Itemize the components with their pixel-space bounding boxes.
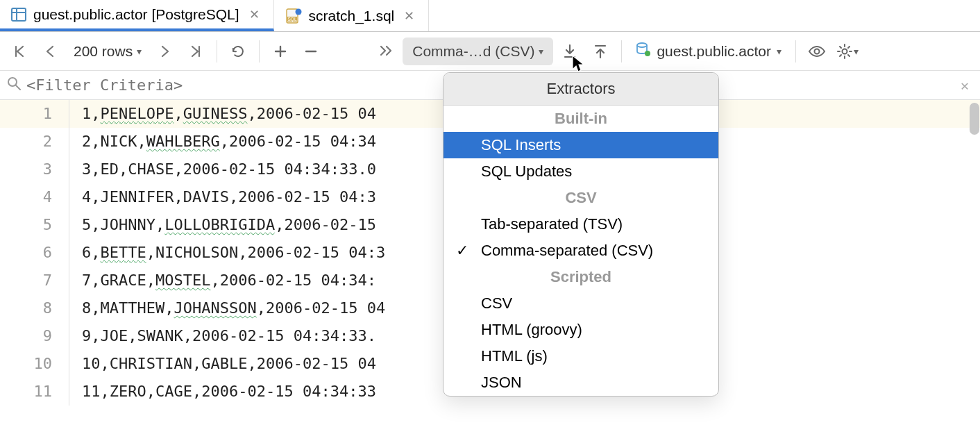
row-gutter: 2 [0, 128, 69, 156]
row-text: 4,JENNIFER,DAVIS,2006-02-15 04:3 [69, 183, 376, 211]
row-gutter: 10 [0, 350, 69, 378]
rows-label: 200 rows [74, 43, 133, 60]
row-text: 8,MATTHEW,JOHANSSON,2006-02-15 04 [69, 294, 385, 322]
chevron-down-icon: ▾ [854, 46, 859, 57]
extractor-item[interactable]: SQL Updates [443, 158, 718, 185]
settings-button[interactable]: ▾ [834, 38, 861, 65]
row-gutter: 4 [0, 183, 69, 211]
extractor-item[interactable]: JSON [443, 369, 718, 396]
row-gutter: 6 [0, 239, 69, 267]
chevron-down-icon: ▾ [777, 46, 782, 57]
extractor-item[interactable]: HTML (js) [443, 343, 718, 369]
extractor-item[interactable]: HTML (groovy) [443, 317, 718, 343]
svg-point-9 [815, 49, 820, 53]
datasource-icon [636, 42, 651, 60]
svg-text:SQL: SQL [287, 17, 296, 22]
popup-section-heading: Built-in [443, 106, 718, 132]
separator [795, 40, 796, 62]
datasource-dropdown[interactable]: guest.public.actor ▾ [629, 38, 788, 65]
clear-filter-icon[interactable]: ✕ [956, 77, 973, 94]
tab-label: guest.public.actor [PostgreSQL] [33, 6, 239, 23]
separator [217, 40, 217, 62]
extractor-item-label: Comma-separated (CSV) [481, 242, 653, 260]
extractor-item-label: JSON [481, 374, 522, 392]
popup-title: Extractors [443, 73, 718, 106]
next-page-button[interactable] [151, 38, 179, 65]
svg-point-10 [842, 49, 847, 53]
chevron-down-icon: ▾ [539, 46, 543, 57]
extractor-item[interactable]: ✓Comma-separated (CSV) [443, 238, 718, 264]
table-icon [11, 7, 26, 22]
svg-line-12 [16, 85, 20, 90]
tab-label: scratch_1.sql [309, 8, 395, 24]
row-gutter: 9 [0, 322, 69, 350]
extractor-item[interactable]: Tab-separated (TSV) [443, 211, 718, 238]
row-text: 2,NICK,WAHLBERG,2006-02-15 04:34 [69, 128, 376, 156]
separator [621, 40, 622, 62]
extractor-item[interactable]: CSV [443, 290, 718, 317]
more-actions-button[interactable] [372, 38, 400, 65]
check-icon: ✓ [456, 242, 468, 260]
popup-section-heading: CSV [443, 185, 718, 211]
row-text: 3,ED,CHASE,2006-02-15 04:34:33.0 [69, 156, 376, 183]
extractor-item-label: Tab-separated (TSV) [481, 215, 623, 233]
row-gutter: 1 [0, 100, 69, 128]
extractor-item-label: SQL Updates [481, 162, 572, 181]
svg-point-6 [295, 8, 301, 15]
result-toolbar: 200 rows ▾ Comma-…d (CSV) ▾ guest.public… [0, 32, 980, 71]
add-row-button[interactable] [267, 38, 294, 65]
search-icon [7, 76, 21, 94]
export-download-button[interactable] [556, 38, 584, 65]
remove-row-button[interactable] [297, 38, 325, 65]
svg-point-7 [637, 43, 647, 47]
row-gutter: 11 [0, 378, 69, 406]
close-icon[interactable]: ✕ [401, 8, 417, 24]
row-text: 9,JOE,SWANK,2006-02-15 04:34:33. [69, 322, 376, 350]
separator [259, 40, 260, 62]
svg-point-11 [8, 78, 17, 86]
rows-dropdown[interactable]: 200 rows ▾ [67, 38, 149, 65]
row-text: 11,ZERO,CAGE,2006-02-15 04:34:33 [69, 378, 376, 406]
editor-tabs: guest.public.actor [PostgreSQL] ✕ SQL sc… [0, 0, 980, 32]
extractor-item-label: HTML (groovy) [481, 321, 582, 339]
tab-scratch-sql[interactable]: SQL scratch_1.sql ✕ [274, 0, 430, 31]
row-gutter: 7 [0, 267, 69, 294]
extractor-item[interactable]: SQL Inserts [443, 132, 718, 158]
datasource-label: guest.public.actor [657, 43, 771, 60]
row-text: 10,CHRISTIAN,GABLE,2006-02-15 04 [69, 350, 376, 378]
last-page-button[interactable] [182, 38, 210, 65]
row-text: 6,BETTE,NICHOLSON,2006-02-15 04:3 [69, 239, 385, 267]
popup-section-heading: Scripted [443, 264, 718, 290]
export-upload-button[interactable] [586, 38, 614, 65]
extractor-item-label: CSV [481, 294, 512, 312]
extractor-item-label: SQL Inserts [481, 136, 561, 154]
row-text: 5,JOHNNY,LOLLOBRIGIDA,2006-02-15 [69, 211, 376, 239]
row-text: 7,GRACE,MOSTEL,2006-02-15 04:34: [69, 267, 376, 294]
extractors-popup: Extractors Built-inSQL InsertsSQL Update… [443, 72, 719, 397]
sql-file-icon: SQL [285, 8, 302, 24]
row-gutter: 8 [0, 294, 69, 322]
tab-actor-table[interactable]: guest.public.actor [PostgreSQL] ✕ [0, 0, 274, 31]
reload-button[interactable] [224, 38, 252, 65]
svg-point-8 [645, 51, 650, 56]
prev-page-button[interactable] [36, 38, 64, 65]
chevron-down-icon: ▾ [137, 46, 142, 57]
row-gutter: 5 [0, 211, 69, 239]
view-button[interactable] [803, 38, 831, 65]
scrollbar-thumb[interactable] [970, 103, 979, 135]
svg-rect-0 [12, 8, 26, 21]
close-icon[interactable]: ✕ [246, 7, 262, 22]
extractor-dropdown[interactable]: Comma-…d (CSV) ▾ [403, 38, 553, 65]
row-text: 1,PENELOPE,GUINESS,2006-02-15 04 [69, 100, 376, 128]
extractor-item-label: HTML (js) [481, 347, 548, 365]
first-page-button[interactable] [6, 38, 33, 65]
extractor-label: Comma-…d (CSV) [412, 43, 534, 60]
row-gutter: 3 [0, 156, 69, 183]
